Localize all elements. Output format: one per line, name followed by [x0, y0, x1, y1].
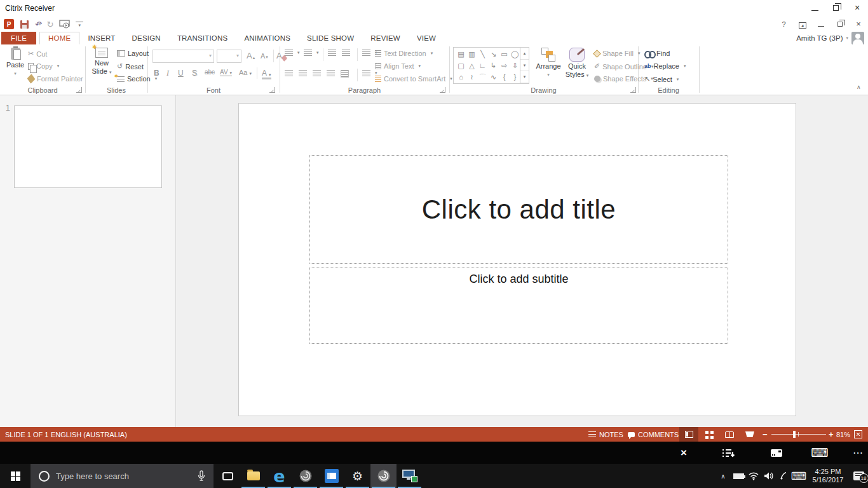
tray-touch-keyboard[interactable]: ⌨	[790, 464, 807, 488]
session-window-button[interactable]	[768, 442, 785, 464]
tray-pen[interactable]	[776, 464, 790, 488]
taskbar-mail-app[interactable]	[318, 464, 344, 488]
powerpoint-close-button[interactable]: ×	[850, 18, 867, 29]
drawing-dialog-launcher[interactable]	[630, 87, 636, 93]
powerpoint-icon[interactable]: P	[4, 19, 14, 29]
shape-arc-icon[interactable]: ⌒	[477, 71, 488, 83]
taskbar-edge[interactable]: e	[266, 464, 292, 488]
change-case-button[interactable]: Aa	[239, 69, 252, 76]
justify-button[interactable]	[327, 70, 335, 76]
slide-canvas[interactable]: Click to add title Click to add subtitle	[238, 103, 796, 416]
shape-right-brace-icon[interactable]: }	[510, 71, 520, 83]
gallery-scroll-up-icon[interactable]: ▴	[520, 48, 529, 60]
font-dialog-launcher[interactable]	[269, 87, 275, 93]
collapse-ribbon-icon[interactable]: ∧	[857, 84, 861, 90]
citrix-restore-button[interactable]	[827, 3, 846, 14]
tray-show-hidden-button[interactable]: ∧	[717, 464, 729, 488]
align-right-button[interactable]	[313, 70, 321, 76]
strikethrough-button[interactable]: abc	[205, 69, 215, 76]
shape-arrow-line-icon[interactable]: ↘	[488, 48, 499, 60]
start-button[interactable]	[0, 464, 31, 488]
gallery-more-icon[interactable]: ▾	[520, 71, 529, 83]
copy-button[interactable]: Copy	[28, 62, 59, 70]
task-view-button[interactable]	[214, 464, 241, 488]
shape-curve-icon[interactable]: ∿	[488, 71, 499, 83]
session-switcher-button[interactable]	[719, 442, 737, 464]
shape-down-arrow-icon[interactable]: ⇩	[510, 60, 520, 71]
zoom-slider-thumb[interactable]	[793, 431, 796, 438]
shape-fill-button[interactable]: Shape Fill	[594, 50, 640, 57]
zoom-level[interactable]: 81%	[836, 427, 850, 442]
redo-button[interactable]: ↻	[46, 20, 53, 29]
slide-sorter-view-button[interactable]	[700, 427, 719, 442]
shape-elbow-icon[interactable]: ∟	[477, 60, 488, 71]
new-slide-button[interactable]: New Slide	[90, 48, 113, 76]
align-text-button[interactable]: Align Text	[375, 62, 421, 70]
taskbar-citrix-receiver[interactable]	[292, 464, 318, 488]
tray-battery[interactable]	[731, 464, 746, 488]
zoom-slider-track[interactable]	[771, 434, 826, 435]
save-icon[interactable]	[20, 20, 29, 29]
taskbar-remote-desktop[interactable]	[397, 464, 423, 488]
tab-transitions[interactable]: TRANSITIONS	[169, 32, 236, 44]
tray-volume[interactable]	[761, 464, 776, 488]
slide-indicator[interactable]: SLIDE 1 OF 1	[5, 427, 48, 442]
tab-animations[interactable]: ANIMATIONS	[236, 32, 299, 44]
reset-button[interactable]: ↺ Reset	[117, 62, 144, 71]
shape-vertical-text-box-icon[interactable]: ▥	[466, 48, 477, 60]
columns-adjust-button[interactable]	[341, 70, 349, 78]
zoom-in-button[interactable]: +	[829, 427, 834, 442]
font-color-button[interactable]: A	[262, 69, 271, 79]
grow-font-button[interactable]: A▴	[247, 51, 255, 60]
shrink-font-button[interactable]: A▾	[261, 52, 268, 60]
increase-indent-button[interactable]	[342, 50, 350, 56]
shape-scribble-icon[interactable]: ≀	[466, 71, 477, 83]
shape-freeform-icon[interactable]: ⌂	[456, 71, 466, 83]
decrease-indent-button[interactable]	[328, 50, 336, 56]
text-shadow-button[interactable]: S	[192, 69, 197, 78]
shapes-gallery[interactable]: ▤ ▥ ╲ ↘ ▭ ◯ ▢ △ ∟ ↳ ⇨ ⇩ ⌂ ≀ ⌒ ∿ { }	[453, 47, 520, 84]
font-size-combobox[interactable]	[217, 50, 241, 63]
ribbon-display-options-button[interactable]: ▴	[794, 20, 811, 31]
powerpoint-restore-button[interactable]	[832, 18, 848, 30]
align-left-button[interactable]	[285, 70, 293, 76]
paste-button[interactable]: Paste ▾	[5, 48, 25, 78]
numbering-button[interactable]	[304, 50, 319, 56]
taskbar-citrix-active[interactable]	[370, 464, 397, 488]
slide-show-button[interactable]	[740, 427, 759, 442]
normal-view-button[interactable]	[679, 427, 698, 442]
quick-styles-button[interactable]: Quick Styles	[564, 48, 590, 79]
title-placeholder[interactable]: Click to add title	[309, 155, 728, 264]
comments-button[interactable]: COMMENTS	[628, 427, 679, 442]
session-close-button[interactable]: ×	[675, 442, 693, 464]
cut-button[interactable]: ✂ Cut	[28, 50, 47, 58]
format-painter-button[interactable]: Format Painter	[28, 75, 83, 83]
powerpoint-minimize-button[interactable]	[813, 20, 829, 32]
select-button[interactable]: ↖ Select	[644, 75, 679, 83]
shape-triangle-icon[interactable]: △	[466, 60, 477, 71]
microphone-icon[interactable]	[197, 470, 206, 482]
slide-thumbnail[interactable]	[14, 105, 162, 188]
taskbar-file-explorer[interactable]	[240, 464, 266, 488]
session-keyboard-button[interactable]: ⌨	[811, 442, 829, 464]
find-button[interactable]: Find	[644, 50, 670, 57]
shape-right-arrow-icon[interactable]: ⇨	[499, 60, 510, 71]
bullets-button[interactable]	[285, 50, 300, 56]
convert-smartart-button[interactable]: Convert to SmartArt	[375, 75, 452, 83]
fit-slide-button[interactable]	[854, 427, 862, 442]
bold-button[interactable]: B	[154, 69, 159, 78]
character-spacing-button[interactable]: AV	[220, 69, 232, 76]
text-direction-button[interactable]: Text Direction	[375, 50, 433, 57]
tab-view[interactable]: VIEW	[409, 32, 444, 44]
language-indicator[interactable]: ENGLISH (AUSTRALIA)	[51, 427, 127, 442]
tab-review[interactable]: REVIEW	[362, 32, 409, 44]
notes-button[interactable]: NOTES	[588, 427, 623, 442]
help-button[interactable]: ?	[776, 18, 792, 30]
replace-button[interactable]: ab Replace	[644, 62, 686, 70]
shape-rectangle-icon[interactable]: ▭	[499, 48, 510, 60]
zoom-out-button[interactable]: −	[763, 427, 768, 442]
underline-button[interactable]: U	[178, 69, 184, 78]
align-center-button[interactable]	[299, 70, 307, 76]
gallery-scroll-down-icon[interactable]: ▾	[520, 60, 529, 72]
taskbar-search[interactable]	[31, 464, 214, 488]
